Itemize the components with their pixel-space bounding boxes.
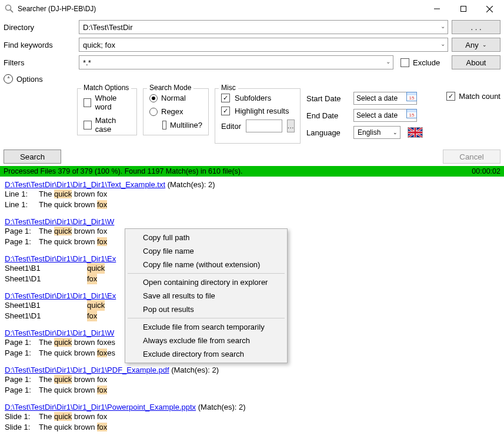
keywords-input[interactable]: ⌄ <box>79 38 448 52</box>
highlight: quick <box>54 227 72 235</box>
misc-group: Misc ✓Subfolders ✓Highlight results Edit… <box>215 88 301 144</box>
start-date-label: Start Date <box>306 94 349 103</box>
context-menu-item[interactable]: Copy file name <box>126 244 286 258</box>
context-menu-item[interactable]: Always exclude file from search <box>126 334 286 347</box>
highlight: quick <box>87 263 105 274</box>
match-case-checkbox[interactable] <box>84 121 92 129</box>
highlight-checkbox[interactable]: ✓ <box>221 107 230 115</box>
result-line: Page 1:The quick brown fox <box>5 385 499 396</box>
match-count-label: Match count <box>459 92 500 101</box>
editor-label: Editor <box>221 122 241 131</box>
end-date-picker[interactable]: Select a date 15 <box>353 109 417 122</box>
result-block: D:\Test\TestDir\Dir1\Dir1_Dir1\Powerpoin… <box>5 403 499 433</box>
context-menu-item[interactable]: Open containing directory in explorer <box>126 275 286 289</box>
calendar-icon: 15 <box>406 109 417 118</box>
result-line: Line 1:The quick brown fox <box>5 189 499 200</box>
highlight: fox <box>87 274 97 284</box>
context-menu-item[interactable]: Exclude directory from search <box>126 347 286 361</box>
context-menu-item[interactable]: Save all results to file <box>126 289 286 303</box>
result-line: Slide 1:The quick brown fox <box>5 411 499 422</box>
search-button[interactable]: Search <box>4 150 61 164</box>
whole-word-checkbox[interactable] <box>84 98 91 107</box>
context-menu-separator <box>128 318 285 318</box>
close-button[interactable] <box>476 1 503 18</box>
result-line: Slide 1:The quick brown fox <box>5 422 499 433</box>
result-file-link[interactable]: D:\Test\TestDir\Dir1\Dir1_Dir1\Ex <box>5 291 116 300</box>
highlight: fox <box>97 348 107 357</box>
language-label: Language <box>306 128 349 137</box>
svg-rect-3 <box>460 6 466 12</box>
highlight: quick <box>54 375 72 384</box>
language-select[interactable]: English⌄ <box>353 126 400 139</box>
result-line: Line 1:The quick brown fox <box>5 200 499 210</box>
directory-input[interactable]: ⌄ <box>79 20 448 34</box>
status-bar: Processed Files 379 of 379 (100 %). Foun… <box>0 166 504 177</box>
calendar-icon: 15 <box>406 92 417 101</box>
result-file-link[interactable]: D:\Test\TestDir\Dir1\Dir1_Dir1\W <box>5 217 114 226</box>
filters-label: Filters <box>4 58 75 67</box>
exclude-checkbox[interactable] <box>400 58 409 67</box>
editor-browse-button[interactable]: ... <box>287 119 295 132</box>
result-file-link[interactable]: D:\Test\TestDir\Dir1\Dir1_Dir1\W <box>5 328 114 337</box>
highlight: fox <box>97 423 107 431</box>
about-button[interactable]: About <box>452 55 500 69</box>
subfolders-checkbox[interactable]: ✓ <box>221 94 230 102</box>
browse-button[interactable]: . . . <box>452 20 500 34</box>
options-toggle[interactable]: ˄ Options <box>0 73 504 88</box>
regex-radio[interactable] <box>149 108 158 116</box>
highlight: quick <box>87 300 105 311</box>
app-icon <box>5 4 14 14</box>
highlight: fox <box>97 386 107 394</box>
search-mode-group: Search Mode Normal Regex Multiline? <box>143 88 209 135</box>
minimize-button[interactable] <box>423 1 450 18</box>
highlight: fox <box>97 200 107 209</box>
result-file-link[interactable]: D:\Test\TestDir\Dir1\Dir1_Dir1\Text_Exam… <box>5 180 165 189</box>
highlight: quick <box>54 338 72 347</box>
context-menu: Copy full pathCopy file nameCopy file na… <box>125 228 288 363</box>
normal-radio[interactable] <box>149 94 158 102</box>
result-file-link[interactable]: D:\Test\TestDir\Dir1\Dir1_Dir1\Powerpoin… <box>5 403 196 411</box>
end-date-label: End Date <box>306 111 349 120</box>
match-count-checkbox[interactable]: ✓ <box>446 92 455 101</box>
exclude-label: Exclude <box>413 58 440 67</box>
svg-line-1 <box>11 10 14 13</box>
uk-flag-icon <box>408 127 423 138</box>
chevron-up-icon: ˄ <box>4 74 13 84</box>
start-date-picker[interactable]: Select a date 15 <box>353 92 417 105</box>
highlight: quick <box>54 190 72 198</box>
match-count-text: (Match(es): 2) <box>196 403 246 411</box>
result-block: D:\Test\TestDir\Dir1\Dir1_Dir1\Text_Exam… <box>5 180 499 210</box>
multiline-checkbox[interactable] <box>162 121 166 129</box>
editor-input[interactable] <box>246 119 282 132</box>
filters-input[interactable]: ⌄ <box>79 55 393 69</box>
highlight: fox <box>97 237 107 246</box>
result-line: Page 1:The quick brown fox <box>5 374 499 385</box>
result-file-link[interactable]: D:\Test\TestDir\Dir1\Dir1_Dir1\Ex <box>5 254 116 263</box>
status-time: 00:00:02 <box>472 167 500 175</box>
context-menu-separator <box>128 273 285 274</box>
any-button[interactable]: Any⌄ <box>452 38 500 52</box>
match-count-text: (Match(es): 2) <box>169 366 219 374</box>
context-menu-item[interactable]: Copy full path <box>126 231 286 244</box>
status-text: Processed Files 379 of 379 (100 %). Foun… <box>4 167 242 175</box>
window-title: Searcher (DJ-HP-EB\DJ) <box>18 5 423 13</box>
context-menu-item[interactable]: Exclude file from search temporarily <box>126 320 286 334</box>
keywords-label: Find keywords <box>4 41 75 49</box>
result-block: D:\Test\TestDir\Dir1\Dir1_Dir1\PDF_Examp… <box>5 366 499 396</box>
titlebar: Searcher (DJ-HP-EB\DJ) <box>0 0 504 18</box>
highlight: quick <box>54 412 72 421</box>
directory-label: Directory <box>4 23 75 32</box>
maximize-button[interactable] <box>450 1 476 18</box>
match-options-group: Match Options Whole word Match case <box>77 88 137 135</box>
context-menu-item[interactable]: Copy file name (without extension) <box>126 258 286 271</box>
context-menu-item[interactable]: Pop out results <box>126 303 286 316</box>
result-file-link[interactable]: D:\Test\TestDir\Dir1\Dir1_Dir1\PDF_Examp… <box>5 366 169 374</box>
match-count-text: (Match(es): 2) <box>165 180 215 189</box>
cancel-button[interactable]: Cancel <box>443 150 500 164</box>
svg-point-0 <box>6 5 11 11</box>
highlight: fox <box>87 311 97 321</box>
